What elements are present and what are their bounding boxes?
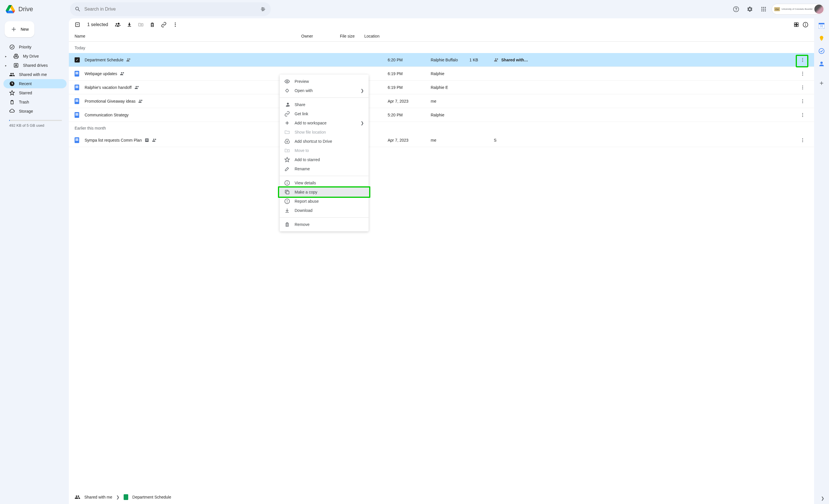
- menu-item-star[interactable]: Add to starred: [280, 155, 369, 164]
- sidebar-item-label: Starred: [19, 90, 32, 95]
- share-icon[interactable]: [115, 22, 121, 28]
- row-more-button[interactable]: [798, 69, 807, 78]
- plus-icon: [10, 26, 17, 33]
- svg-point-45: [802, 114, 803, 115]
- row-more-button[interactable]: [798, 110, 807, 120]
- apps-icon[interactable]: [758, 3, 769, 15]
- menu-item-link[interactable]: Get link: [280, 109, 369, 118]
- row-more-button[interactable]: [798, 55, 807, 65]
- new-button[interactable]: New: [5, 21, 34, 37]
- sidebar-item-storage[interactable]: Storage: [3, 107, 67, 116]
- sidebar-item-priority[interactable]: Priority: [3, 42, 67, 51]
- add-on-icon[interactable]: +: [820, 79, 824, 87]
- file-row[interactable]: ✓Department Schedule 6:20 PMRalphie Buff…: [69, 53, 814, 67]
- sidebar-item-sharedwithme[interactable]: Shared with me: [3, 70, 67, 79]
- svg-point-6: [763, 7, 764, 8]
- file-owner: me: [431, 99, 470, 104]
- file-time: 6:19 PM: [388, 85, 431, 90]
- svg-point-16: [10, 45, 14, 49]
- storage-section: 492 KB of 5 GB used: [3, 116, 67, 130]
- menu-item-report[interactable]: Report abuse: [280, 197, 369, 206]
- col-name[interactable]: Name: [75, 34, 258, 38]
- checkbox-icon[interactable]: ✓: [75, 57, 80, 63]
- settings-icon[interactable]: [744, 3, 756, 15]
- file-row[interactable]: Promotional Giveaway ideas Apr 7, 2023me: [69, 94, 814, 108]
- toolbar: 1 selected: [69, 18, 814, 31]
- menu-item-rename[interactable]: Rename: [280, 164, 369, 173]
- col-size[interactable]: File size: [340, 34, 364, 38]
- menu-item-share[interactable]: Share: [280, 100, 369, 109]
- svg-point-44: [802, 113, 803, 114]
- trash-icon[interactable]: [149, 22, 155, 28]
- expand-icon[interactable]: ▸: [5, 55, 9, 58]
- help-icon[interactable]: [730, 3, 742, 15]
- row-more-button[interactable]: [798, 96, 807, 106]
- menu-item-openwith[interactable]: Open with❯: [280, 86, 369, 95]
- file-row[interactable]: Communication Strategy 5:20 PMRalphie: [69, 108, 814, 122]
- svg-point-2: [262, 10, 263, 11]
- search-bar[interactable]: [70, 2, 271, 16]
- shareddrives-icon: [13, 63, 19, 68]
- menu-item-label: Share: [295, 102, 305, 107]
- row-more-button[interactable]: [798, 135, 807, 145]
- menu-item-eye[interactable]: Preview: [280, 77, 369, 86]
- sidebar-item-starred[interactable]: Starred: [3, 88, 67, 98]
- shared-icon: [135, 85, 140, 90]
- search-input[interactable]: [84, 7, 256, 12]
- file-owner: Ralphie Buffalo: [431, 57, 470, 62]
- chevron-right-icon: ❯: [361, 121, 364, 125]
- sidebar-item-trash[interactable]: Trash: [3, 98, 67, 107]
- expand-icon[interactable]: ▸: [5, 64, 9, 67]
- deselect-icon[interactable]: [75, 22, 80, 28]
- move-icon[interactable]: [138, 22, 144, 28]
- sidebar-item-label: Storage: [19, 109, 33, 114]
- sidebar-item-recent[interactable]: Recent: [3, 79, 67, 88]
- svg-point-37: [802, 75, 803, 75]
- search-options-icon[interactable]: [260, 6, 266, 12]
- svg-point-23: [175, 24, 176, 25]
- keep-icon[interactable]: [819, 36, 824, 41]
- more-icon[interactable]: [172, 22, 178, 28]
- file-row[interactable]: Ralphie's vacation handoff 6:19 PMRalphi…: [69, 81, 814, 94]
- tasks-icon[interactable]: [819, 48, 824, 54]
- menu-item-copy[interactable]: Make a copy: [280, 188, 369, 197]
- file-row[interactable]: Sympa list requests Comm Plan Apr 7, 202…: [69, 133, 814, 147]
- plus-icon: [284, 120, 290, 126]
- menu-item-trash[interactable]: Remove: [280, 220, 369, 229]
- file-owner: me: [431, 138, 470, 143]
- download-icon[interactable]: [127, 22, 132, 28]
- breadcrumb-context[interactable]: Shared with me: [84, 495, 112, 499]
- menu-item-download[interactable]: Download: [280, 206, 369, 215]
- section-label: Earlier this month: [69, 122, 814, 133]
- menu-item-info[interactable]: View details: [280, 178, 369, 188]
- col-location[interactable]: Location: [364, 34, 797, 38]
- file-row[interactable]: Webpage updates 6:19 PMRalphie: [69, 67, 814, 81]
- menu-item-shortcut[interactable]: Add shortcut to Drive: [280, 137, 369, 146]
- breadcrumb-file[interactable]: Department Schedule: [132, 495, 171, 499]
- hide-panel-icon[interactable]: ❯: [821, 496, 824, 501]
- svg-point-32: [802, 58, 803, 59]
- openwith-icon: [284, 88, 290, 93]
- menu-item-plus[interactable]: Add to workspace❯: [280, 118, 369, 127]
- row-more-button[interactable]: [798, 83, 807, 92]
- trash-icon: [284, 222, 290, 227]
- file-time: 6:20 PM: [388, 57, 431, 62]
- svg-point-46: [802, 116, 803, 117]
- contacts-icon[interactable]: [819, 61, 824, 67]
- extra-icon: [145, 138, 149, 143]
- svg-point-9: [763, 9, 764, 10]
- account-badge[interactable]: CU University of Colorado Boulder: [771, 4, 825, 14]
- grid-view-icon[interactable]: [793, 22, 799, 28]
- col-owner[interactable]: Owner: [301, 34, 340, 38]
- info-icon: [284, 180, 290, 186]
- info-icon[interactable]: [803, 22, 808, 28]
- svg-point-36: [802, 73, 803, 74]
- svg-text:CU: CU: [776, 8, 779, 11]
- link-icon[interactable]: [161, 22, 167, 28]
- calendar-icon[interactable]: 31: [819, 23, 824, 29]
- context-menu: PreviewOpen with❯ShareGet linkAdd to wor…: [280, 75, 369, 231]
- sidebar-item-shareddrives[interactable]: ▸Shared drives: [3, 61, 67, 70]
- sidebar-item-mydrive[interactable]: ▸My Drive: [3, 51, 67, 61]
- logo-area[interactable]: Drive: [5, 3, 68, 15]
- storage-icon: [9, 108, 15, 114]
